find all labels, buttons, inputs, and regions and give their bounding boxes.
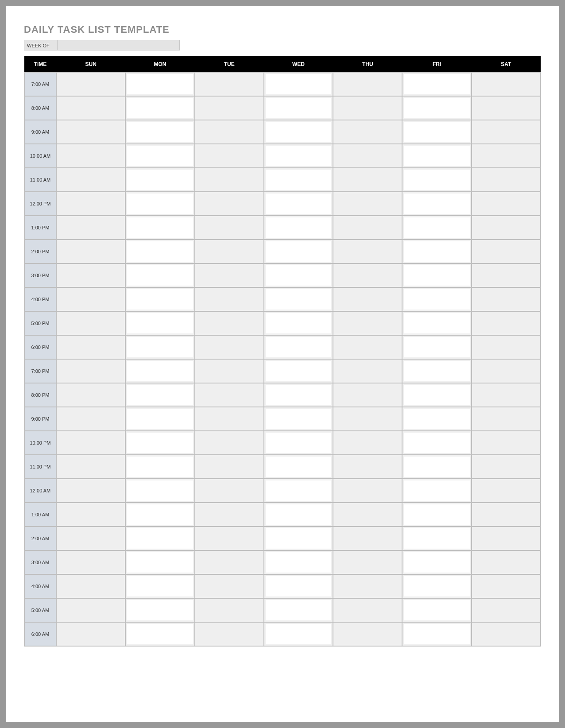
task-cell[interactable] — [472, 263, 541, 287]
task-input[interactable] — [266, 98, 331, 118]
task-cell[interactable] — [195, 216, 264, 240]
task-cell[interactable] — [472, 216, 541, 240]
task-cell[interactable] — [472, 72, 541, 96]
task-cell[interactable] — [125, 407, 194, 431]
task-input[interactable] — [127, 146, 193, 166]
task-cell[interactable] — [56, 263, 125, 287]
task-cell[interactable] — [402, 144, 471, 168]
task-cell[interactable] — [333, 527, 402, 550]
task-input[interactable] — [473, 122, 539, 142]
task-input[interactable] — [404, 217, 469, 238]
task-input[interactable] — [197, 552, 262, 573]
task-cell[interactable] — [56, 240, 125, 263]
task-input[interactable] — [266, 194, 331, 214]
task-cell[interactable] — [56, 216, 125, 240]
task-input[interactable] — [266, 409, 331, 429]
task-cell[interactable] — [472, 574, 541, 598]
task-cell[interactable] — [402, 431, 471, 455]
task-input[interactable] — [197, 600, 262, 620]
task-cell[interactable] — [56, 574, 125, 598]
task-input[interactable] — [335, 480, 400, 501]
task-cell[interactable] — [125, 622, 194, 646]
task-cell[interactable] — [402, 96, 471, 120]
task-input[interactable] — [58, 146, 124, 166]
task-input[interactable] — [473, 480, 539, 501]
task-cell[interactable] — [264, 527, 333, 550]
task-cell[interactable] — [402, 574, 471, 598]
task-cell[interactable] — [472, 96, 541, 120]
task-input[interactable] — [404, 385, 469, 405]
task-input[interactable] — [127, 241, 193, 262]
task-cell[interactable] — [472, 168, 541, 192]
task-input[interactable] — [266, 552, 331, 573]
task-input[interactable] — [404, 528, 469, 549]
task-cell[interactable] — [472, 383, 541, 407]
task-input[interactable] — [266, 289, 331, 310]
task-input[interactable] — [197, 194, 262, 214]
task-cell[interactable] — [56, 335, 125, 359]
task-cell[interactable] — [333, 407, 402, 431]
task-input[interactable] — [127, 433, 193, 453]
task-input[interactable] — [335, 385, 400, 405]
task-input[interactable] — [127, 504, 193, 525]
task-cell[interactable] — [333, 168, 402, 192]
task-input[interactable] — [127, 385, 193, 405]
task-cell[interactable] — [195, 311, 264, 335]
task-input[interactable] — [266, 241, 331, 262]
task-cell[interactable] — [472, 359, 541, 383]
task-input[interactable] — [266, 480, 331, 501]
task-cell[interactable] — [264, 359, 333, 383]
task-input[interactable] — [404, 433, 469, 453]
task-cell[interactable] — [125, 550, 194, 574]
task-input[interactable] — [127, 480, 193, 501]
task-input[interactable] — [473, 217, 539, 238]
task-input[interactable] — [335, 600, 400, 620]
task-input[interactable] — [197, 528, 262, 549]
week-of-input[interactable] — [58, 40, 180, 50]
task-cell[interactable] — [195, 527, 264, 550]
task-cell[interactable] — [195, 335, 264, 359]
task-cell[interactable] — [56, 527, 125, 550]
task-input[interactable] — [58, 122, 124, 142]
task-cell[interactable] — [195, 120, 264, 144]
task-cell[interactable] — [402, 622, 471, 646]
task-input[interactable] — [404, 74, 469, 94]
task-cell[interactable] — [56, 287, 125, 311]
task-input[interactable] — [404, 122, 469, 142]
task-cell[interactable] — [472, 431, 541, 455]
task-input[interactable] — [197, 74, 262, 94]
task-input[interactable] — [266, 385, 331, 405]
task-cell[interactable] — [333, 335, 402, 359]
task-input[interactable] — [127, 217, 193, 238]
task-input[interactable] — [266, 122, 331, 142]
task-input[interactable] — [335, 74, 400, 94]
task-input[interactable] — [473, 146, 539, 166]
task-cell[interactable] — [472, 527, 541, 550]
task-input[interactable] — [58, 217, 124, 238]
task-input[interactable] — [266, 457, 331, 477]
task-cell[interactable] — [472, 503, 541, 527]
task-input[interactable] — [127, 289, 193, 310]
task-cell[interactable] — [264, 622, 333, 646]
task-cell[interactable] — [195, 359, 264, 383]
task-cell[interactable] — [264, 287, 333, 311]
task-input[interactable] — [335, 409, 400, 429]
task-input[interactable] — [404, 265, 469, 286]
task-cell[interactable] — [125, 287, 194, 311]
task-cell[interactable] — [264, 407, 333, 431]
task-input[interactable] — [58, 74, 124, 94]
task-cell[interactable] — [125, 144, 194, 168]
task-input[interactable] — [473, 385, 539, 405]
task-cell[interactable] — [264, 144, 333, 168]
task-cell[interactable] — [125, 431, 194, 455]
task-cell[interactable] — [402, 383, 471, 407]
task-cell[interactable] — [264, 311, 333, 335]
task-input[interactable] — [127, 122, 193, 142]
task-input[interactable] — [197, 265, 262, 286]
task-cell[interactable] — [125, 359, 194, 383]
task-cell[interactable] — [472, 240, 541, 263]
task-input[interactable] — [197, 624, 262, 644]
task-input[interactable] — [335, 265, 400, 286]
task-cell[interactable] — [333, 263, 402, 287]
task-input[interactable] — [473, 528, 539, 549]
